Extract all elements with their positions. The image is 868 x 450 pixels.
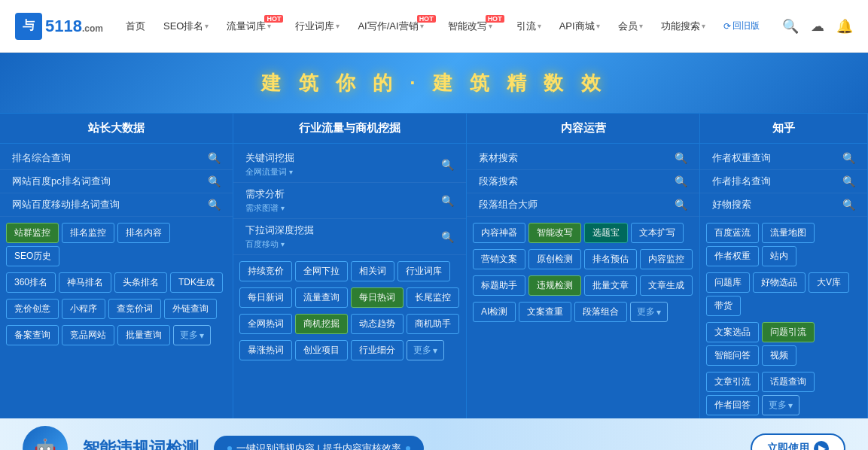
logo[interactable]: 与 5118.com: [15, 13, 103, 40]
menu-goods-search[interactable]: 好物搜索 🔍: [700, 193, 867, 217]
btn-shenma-rank[interactable]: 神马排名: [59, 272, 111, 293]
btn-longtail-monitor[interactable]: 长尾监控: [407, 287, 459, 308]
btn-author-answer[interactable]: 作者回答: [706, 395, 759, 415]
btn-original-check[interactable]: 原创检测: [528, 249, 581, 269]
btn-station-inner[interactable]: 站内: [762, 246, 796, 266]
btn-continuous-bid[interactable]: 持续竞价: [239, 261, 292, 281]
nav-search-func[interactable]: 功能搜索 ▾: [653, 15, 713, 38]
btn-author-weight[interactable]: 作者权重: [706, 246, 759, 266]
btn-content-tool[interactable]: 内容神器: [473, 223, 525, 243]
nav-ai[interactable]: AI写作/AI营销 ▾HOT: [350, 15, 437, 38]
btn-copy-select[interactable]: 文案选品: [706, 322, 759, 342]
btn-smart-rewrite[interactable]: 智能改写: [528, 223, 581, 243]
menu-demand-analysis[interactable]: 需求分析 需求图谱 ▾ 🔍: [233, 183, 466, 219]
btn-competitor-site[interactable]: 竞品网站: [62, 325, 114, 345]
menu-paragraph-combo[interactable]: 段落组合大师 🔍: [467, 193, 699, 217]
search-icon[interactable]: 🔍: [208, 199, 221, 211]
search-icon[interactable]: 🔍: [675, 152, 687, 164]
btn-industry-detail[interactable]: 行业细分: [351, 340, 404, 360]
btn-batch-article[interactable]: 批量文章: [584, 275, 637, 296]
btn-带货[interactable]: 带货: [706, 296, 741, 316]
search-icon[interactable]: 🔍: [675, 199, 687, 211]
btn-rank-estimate[interactable]: 排名预估: [584, 249, 637, 269]
search-icon[interactable]: 🔍: [208, 175, 221, 187]
menu-paragraph-search[interactable]: 段落搜索 🔍: [467, 170, 699, 193]
menu-material-search[interactable]: 素材搜索 🔍: [467, 147, 699, 170]
menu-mobile-ranking[interactable]: 网站百度移动排名词查询 🔍: [0, 193, 233, 217]
nav-rewrite[interactable]: 智能改写 ▾HOT: [440, 15, 506, 38]
btn-related-words[interactable]: 相关词: [351, 261, 394, 281]
btn-more3[interactable]: 更多 ▾: [630, 302, 668, 322]
nav-seo[interactable]: SEO排名 ▾: [156, 15, 216, 38]
search-icon[interactable]: 🔍: [842, 175, 855, 187]
btn-ai-check[interactable]: AI检测: [473, 302, 516, 322]
btn-more1[interactable]: 更多 ▾: [173, 325, 211, 345]
btn-seo-history[interactable]: SEO历史: [6, 246, 59, 266]
menu-ranking-query[interactable]: 排名综合查询 🔍: [0, 147, 233, 170]
search-icon[interactable]: 🔍: [208, 152, 221, 164]
btn-station-monitor[interactable]: 站群监控: [6, 223, 59, 243]
search-icon[interactable]: 🔍: [675, 175, 687, 187]
btn-topic-query[interactable]: 话题查询: [762, 372, 815, 392]
btn-tdk-gen[interactable]: TDK生成: [170, 272, 223, 293]
btn-rank-monitor[interactable]: 排名监控: [62, 223, 114, 243]
btn-marketing-copy[interactable]: 营销文案: [473, 249, 525, 269]
btn-question-flow[interactable]: 问题引流: [762, 322, 815, 342]
btn-goods-select[interactable]: 好物选品: [753, 272, 806, 293]
btn-text-expand[interactable]: 文本扩写: [631, 223, 684, 243]
btn-title-helper[interactable]: 标题助手: [473, 275, 525, 296]
btn-traffic-query[interactable]: 流量查询: [295, 287, 348, 308]
nav-industry[interactable]: 行业词库 ▾: [288, 15, 347, 38]
btn-topic-treasure[interactable]: 选题宝: [584, 223, 628, 243]
bottom-banner-btn[interactable]: 立即使用 ▶: [751, 433, 845, 450]
btn-article-flow[interactable]: 文章引流: [706, 372, 759, 392]
btn-all-dropdown[interactable]: 全网下拉: [295, 261, 348, 281]
nav-traffic2[interactable]: 引流 ▾: [509, 15, 549, 38]
search-icon[interactable]: 🔍: [441, 195, 454, 207]
btn-bidding-creative[interactable]: 竞价创意: [6, 299, 59, 319]
btn-dynamic-trend[interactable]: 动态趋势: [351, 314, 404, 334]
btn-more2[interactable]: 更多 ▾: [407, 340, 444, 360]
bell-icon[interactable]: 🔔: [836, 18, 853, 35]
btn-industry-words[interactable]: 行业词库: [397, 261, 450, 281]
btn-mini-program[interactable]: 小程序: [62, 299, 105, 319]
btn-question-lib[interactable]: 问题库: [706, 272, 750, 293]
menu-author-weight[interactable]: 作者权重查询 🔍: [700, 147, 867, 170]
btn-biz-mining[interactable]: 商机挖掘: [295, 314, 348, 334]
btn-rank-content[interactable]: 排名内容: [117, 223, 170, 243]
btn-copy-check[interactable]: 文案查重: [519, 302, 571, 322]
btn-toutiao-rank[interactable]: 头条排名: [114, 272, 167, 293]
btn-more4[interactable]: 更多 ▾: [762, 395, 799, 415]
nav-old[interactable]: ⟳ 回旧版: [716, 15, 767, 37]
search-icon[interactable]: 🔍: [782, 18, 799, 35]
btn-check-bid[interactable]: 查竞价词: [108, 299, 161, 319]
search-icon[interactable]: 🔍: [441, 159, 454, 171]
btn-biz-helper[interactable]: 商机助手: [407, 314, 459, 334]
btn-daily-hot[interactable]: 每日热词: [351, 287, 404, 308]
nav-api[interactable]: API商城 ▾: [552, 15, 608, 38]
btn-360-rank[interactable]: 360排名: [6, 272, 56, 293]
btn-content-monitor[interactable]: 内容监控: [640, 249, 693, 269]
search-icon[interactable]: 🔍: [441, 231, 454, 243]
btn-icp-query[interactable]: 备案查询: [6, 325, 59, 345]
nav-traffic[interactable]: 流量词库 ▾HOT: [219, 15, 285, 38]
btn-daily-new-words[interactable]: 每日新词: [239, 287, 292, 308]
btn-video[interactable]: 视频: [762, 345, 796, 366]
search-icon[interactable]: 🔍: [842, 152, 855, 164]
btn-surge-hot[interactable]: 暴涨热词: [239, 340, 292, 360]
btn-big-v-lib[interactable]: 大V库: [809, 272, 849, 293]
btn-article-gen[interactable]: 文章生成: [640, 275, 693, 296]
nav-home[interactable]: 首页: [118, 15, 153, 38]
btn-external-query[interactable]: 外链查询: [164, 299, 217, 319]
search-icon[interactable]: 🔍: [842, 199, 855, 211]
menu-pc-ranking[interactable]: 网站百度pc排名词查询 🔍: [0, 170, 233, 193]
btn-violation-check[interactable]: 违规检测: [528, 275, 581, 296]
btn-batch-query[interactable]: 批量查询: [117, 325, 170, 345]
menu-keyword-mining[interactable]: 关键词挖掘 全网流量词 ▾ 🔍: [233, 147, 466, 183]
btn-all-hot[interactable]: 全网热词: [239, 314, 292, 334]
btn-traffic-map[interactable]: 流量地图: [762, 223, 815, 243]
btn-baidu-blue[interactable]: 百度蓝流: [706, 223, 759, 243]
nav-member[interactable]: 会员 ▾: [611, 15, 650, 38]
menu-author-ranking[interactable]: 作者排名查询 🔍: [700, 170, 867, 193]
cloud-icon[interactable]: ☁: [811, 18, 824, 35]
